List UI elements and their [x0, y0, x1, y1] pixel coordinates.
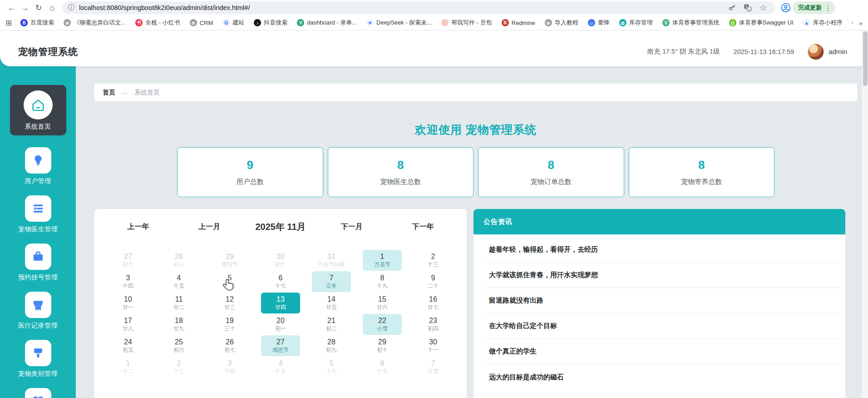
calendar-day-cell[interactable]: 13 廿四 [255, 292, 306, 313]
calendar-day-cell[interactable]: 8 十九 [357, 271, 408, 292]
calendar-next-year-button[interactable]: 下一年 [387, 222, 459, 232]
avatar[interactable] [808, 44, 824, 60]
bookmarks-bar: ⊞ B 百度搜索 ⊕ 《聊斋志异白话文... 书 全栈 - 小红书 ⊕ CRM … [0, 15, 868, 30]
bookmark-item[interactable]: V 体育赛事管理系统 [662, 19, 720, 27]
calendar-day-cell[interactable]: 14 廿五 [306, 292, 357, 313]
bookmark-item[interactable]: ▦ 库存管理 [619, 19, 653, 27]
calendar-day-cell[interactable]: 7 大雪 [408, 356, 459, 378]
user-menu[interactable]: admin [808, 44, 847, 60]
calendar-day-cell[interactable]: 18 廿九 [153, 313, 204, 335]
calendar-day-cell[interactable]: 28 初八 [153, 249, 204, 271]
sidebar-item-more[interactable] [25, 388, 51, 398]
bookmark-item[interactable]: V dashboard - 录单... [297, 19, 357, 27]
sidebar-item-appointments[interactable]: 预约挂号管理 [18, 244, 58, 282]
bookmark-star-icon[interactable]: ☆ [756, 1, 770, 15]
calendar-day-cell[interactable]: 25 初六 [153, 335, 204, 356]
calendar-day-cell[interactable]: 9 二十 [408, 271, 459, 292]
bookmark-item[interactable]: ⊕ 《聊斋志异白话文... [64, 19, 126, 27]
calendar-day-cell[interactable]: 4 十五 [255, 356, 306, 378]
calendar-day-cell[interactable]: 23 初四 [408, 313, 459, 335]
translate-icon[interactable]: 文a [741, 1, 755, 15]
calendar-day-cell[interactable]: 30 初十 [255, 249, 306, 271]
calendar-day-cell[interactable]: 27 初七 [103, 249, 153, 271]
calendar-prev-month-button[interactable]: 上一月 [174, 222, 245, 232]
calendar-day-cell[interactable]: 1 万圣节 [357, 249, 408, 271]
announcement-item[interactable]: 留退路就没有出路 [483, 288, 840, 313]
site-info-icon[interactable]: ⓘ [68, 4, 74, 12]
address-bar[interactable]: ⓘ localhost:8080/springboot8k2i0euo/admi… [63, 1, 775, 14]
bookmark-item[interactable]: ⊕ CRM [190, 19, 213, 26]
bookmark-item[interactable]: 书 全栈 - 小红书 [135, 19, 180, 27]
bookmark-item[interactable]: ▤ 商户管理 [852, 19, 853, 27]
calendar-day-cell[interactable]: 26 初七 [204, 335, 255, 356]
calendar-day-cell[interactable]: 29 初十 [357, 335, 408, 356]
announcement-item[interactable]: 在大学给自己定个目标 [483, 313, 840, 339]
calendar-day-cell[interactable]: 27 感恩节 [255, 335, 306, 356]
menu-dots-icon[interactable]: ⋮ [824, 4, 832, 12]
bookmarks-overflow-chevron[interactable]: » [859, 19, 863, 27]
calendar-day-cell[interactable]: 3 十四 [103, 271, 153, 292]
sidebar-item-categories[interactable]: 宠物类别管理 [18, 340, 58, 378]
calendar-day-cell[interactable]: 7 立冬 [306, 271, 357, 292]
announcement-item[interactable]: 远大的目标是成功的磁石 [483, 364, 840, 390]
sidebar-item-doctors[interactable]: 宠物医生管理 [18, 195, 58, 234]
calendar-day-cell[interactable]: 16 廿七 [408, 292, 459, 313]
announcement-item[interactable]: 做个真正的学生 [483, 339, 840, 364]
bookmark-item[interactable]: ❖ DeepSeek - 探索未... [366, 19, 432, 27]
bookmark-item[interactable]: ♪ 抖音搜索 [254, 19, 287, 27]
forward-icon[interactable]: → [18, 1, 32, 15]
calendar-day-cell[interactable]: 11 廿二 [153, 292, 204, 313]
calendar-prev-year-button[interactable]: 上一年 [103, 222, 174, 232]
bookmark-item[interactable]: R Redmine [502, 19, 535, 26]
calendar-day-cell[interactable]: 28 初九 [306, 335, 357, 356]
announcement-item[interactable]: 大学就该抓住青春，用汗水实现梦想 [483, 263, 840, 288]
calendar-day-cell[interactable]: 24 初五 [103, 335, 153, 356]
calendar-next-month-button[interactable]: 下一月 [316, 222, 387, 232]
bookmark-item[interactable]: ☺ 爱降 [588, 19, 610, 27]
calendar-day-cell[interactable]: 19 三十 [204, 313, 255, 335]
back-icon[interactable]: ← [5, 1, 18, 15]
bookmark-item[interactable]: {} 体育赛事Swagger UI [729, 19, 794, 27]
calendar-day-cell[interactable]: 10 廿一 [103, 292, 153, 313]
calendar-day-cell[interactable]: 12 廿三 [204, 292, 255, 313]
calendar-day-cell[interactable]: 22 小雪 [357, 313, 408, 335]
announcement-item[interactable]: 趁着年轻，输得起，看得开，去经历 [483, 237, 840, 263]
calendar-day-cell[interactable]: 4 十五 [153, 271, 204, 292]
password-key-icon[interactable] [725, 1, 739, 15]
calendar-day-cell[interactable]: 5 十六 [306, 356, 357, 378]
lunar-label: 初七 [123, 261, 133, 268]
calendar-day-cell[interactable]: 2 十三 [408, 249, 459, 271]
calendar-day-cell[interactable]: 30 十一 [408, 335, 459, 356]
sidebar-item-home[interactable]: 系统首页 [10, 85, 66, 135]
bookmark-item[interactable]: ⊕ 导入教程 [545, 19, 578, 27]
sidebar-item-users[interactable]: 用户管理 [25, 147, 51, 185]
calendar-day-cell[interactable]: 2 十三 [153, 356, 204, 378]
calendar-day-cell[interactable]: 6 十七 [255, 271, 306, 292]
sidebar-item-records[interactable]: 医疗记录管理 [18, 292, 58, 330]
calendar-day-cell[interactable]: 15 廿六 [357, 292, 408, 313]
chrome-update-chip[interactable]: 完成更新 ⋮ [793, 1, 835, 14]
sidebar-item-label: 用户管理 [25, 177, 51, 185]
calendar-day-cell[interactable]: 29 重阳节 [204, 249, 255, 271]
scrollbar-thumb[interactable] [863, 31, 868, 86]
bookmark-label: dashboard - 录单... [307, 19, 357, 27]
storefront-icon [25, 292, 51, 318]
calendar-day-cell[interactable]: 31 万圣节前夜 [306, 249, 357, 271]
apps-grid-icon[interactable]: ⊞ [5, 18, 12, 28]
calendar-day-cell[interactable]: 3 十四 [204, 356, 255, 378]
bookmark-item[interactable]: B 百度搜索 [20, 19, 54, 27]
profile-icon[interactable] [779, 1, 793, 15]
url-text[interactable]: localhost:8080/springboot8k2i0euo/admin/… [79, 4, 250, 11]
bookmark-item[interactable]: 帮我写作 - 豆包 [441, 19, 492, 27]
calendar-day-cell[interactable]: 20 初一 [255, 313, 306, 335]
calendar-day-cell[interactable]: 21 初二 [306, 313, 357, 335]
calendar-day-cell[interactable]: 6 十七 [357, 356, 408, 378]
bookmark-item[interactable]: ▲ 库存小程序 [803, 19, 843, 27]
breadcrumb-root[interactable]: 首页 [103, 89, 115, 97]
calendar-day-cell[interactable]: 17 廿八 [103, 313, 153, 335]
home-icon[interactable]: ⌂ [45, 1, 59, 15]
reload-icon[interactable]: ↻ [32, 1, 45, 15]
bookmark-item[interactable]: G 建站 [222, 19, 244, 27]
page-scrollbar[interactable] [862, 30, 868, 398]
calendar-day-cell[interactable]: 1 十二 [103, 356, 153, 378]
